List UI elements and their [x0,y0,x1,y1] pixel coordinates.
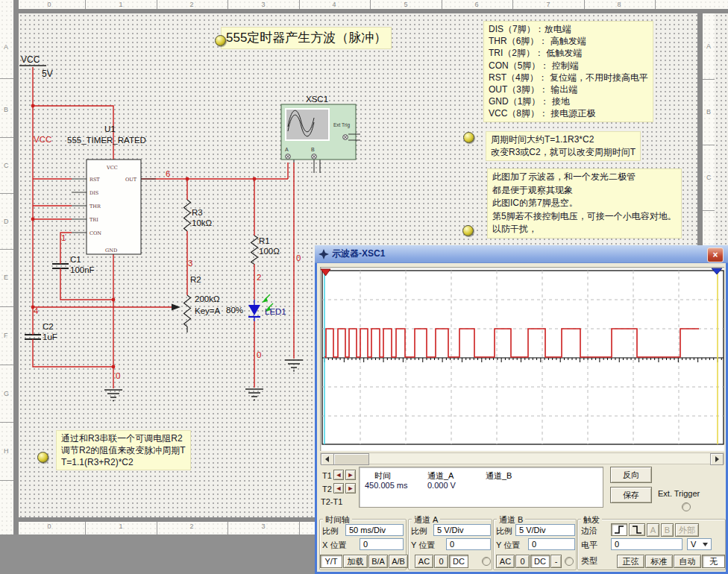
multisim-workspace: 012345678 ABCDEFGH ABC 012345678 [0,0,728,574]
r1-refdes: R1 [259,236,270,245]
net-4: 4 [34,306,39,315]
scope-display [320,267,724,451]
scope-scrollbar[interactable] [320,452,724,464]
c1-capacitor[interactable]: C1 100nF [52,255,95,274]
timebase-mode-a-b[interactable]: A/B [389,555,408,568]
note-main-title[interactable]: 555定时器产生方波（脉冲） [221,27,392,49]
timebase-mode--[interactable]: 加载 [343,555,368,568]
wires [33,67,294,388]
note-line: CON（5脚）： 控制端 [489,60,648,72]
channel-b-coupling-ac[interactable]: AC [496,555,515,568]
reverse-button[interactable]: 反向 [610,467,652,483]
timebase-group: 时间轴 比例 50 ms/Div X 位置 0 Y/T加载B/AA/B [319,519,407,570]
channel-b-coupling--[interactable]: - [550,555,562,568]
col-channel-a: 通道_A [427,470,454,482]
trigger-type--[interactable]: 正弦 [617,555,644,568]
trigger-type--[interactable]: 无 [702,555,725,568]
net-labels: 6 1 3 2 4 0 0 0 [34,169,301,380]
vcc-power-source[interactable]: VCC 5V [19,54,53,79]
trigger-edge-label: 边沿 [581,526,597,537]
t1-label: T1 [322,471,332,480]
xsc1-scope-icon[interactable]: XSC1 Ext Trig A B [281,95,360,173]
scope-window-icon [318,249,329,259]
r2-potentiometer[interactable]: R2 200kΩ Key=A 80% [172,275,243,332]
channel-b-coupling-dc[interactable]: DC [530,555,550,568]
note-period-formula[interactable]: 周期时间大约T=1.1R3*C2改变R3或C2，就可以改变周期时间T [486,131,641,161]
save-button[interactable]: 保存 [610,487,652,503]
trigger-type--[interactable]: 自动 [674,555,701,568]
trigger-source-a[interactable]: A [647,523,659,537]
timebase-xpos-label: X 位置 [322,540,346,551]
u1-555-chip[interactable]: VCC RST DIS THR TRI CON GND OUT U1 555_T… [67,124,156,254]
timebase-xpos-input[interactable]: 0 [360,538,404,550]
trigger-level-unit-select[interactable]: V [687,538,712,550]
scroll-left-button[interactable] [321,453,334,465]
channel-a-coupling-0[interactable]: 0 [434,555,448,568]
scroll-thumb[interactable] [333,453,369,465]
channel-b-trigger-radio[interactable] [565,557,574,566]
channel-a-coupling-ac[interactable]: AC [415,555,433,568]
note-line: 调节R2的阻值来改变脉冲周期T [61,444,186,456]
channel-b-ypos-input[interactable]: 0 [528,538,575,550]
t2-left-button[interactable]: ◄ [333,483,344,493]
note-observation[interactable]: 此图加了示波器，和一个发光二极管都是便于观察其现象此图IC的第7脚悬空。第5脚若… [487,168,682,239]
ext-trigger-radio[interactable] [682,502,691,511]
note-pin-descriptions[interactable]: DIS（7脚）：放电端THR（6脚）： 高触发端TRI（2脚）： 低触发端CON… [483,21,653,122]
channel-a-ypos-input[interactable]: 0 [446,538,491,550]
note-line: DIS（7脚）：放电端 [489,23,648,35]
vcc-label: VCC [21,54,40,65]
trigger-level-label: 电平 [581,540,597,551]
vcc-value: 5V [42,69,53,79]
note-line: 此图加了示波器，和一个发光二极管 [492,171,677,184]
timebase-mode-b-a[interactable]: B/A [368,555,388,568]
note-line: RST（4脚）： 复位端，不用时接高电平 [489,72,648,83]
pushpin-icon [463,132,474,143]
timebase-scale-label: 比例 [322,526,339,537]
c2-capacitor[interactable]: C2 1uF [25,322,57,341]
channel-a-coupling-dc[interactable]: DC [449,555,468,568]
trigger-type--[interactable]: 标准 [645,555,673,568]
window-border-left [315,262,317,574]
u1-part: 555_TIMER_RATED [67,136,146,145]
chevron-down-icon [703,543,708,546]
u1-refdes: U1 [104,124,116,133]
xsc1-a-label: A [285,147,289,152]
t2-right-button[interactable]: ► [345,483,356,493]
r3-resistor[interactable]: R3 10kΩ [184,200,213,231]
xsc1-b-label: B [311,147,315,152]
net-0-led: 0 [257,350,261,359]
c2-value: 1uF [43,332,57,341]
timebase-mode-y-t[interactable]: Y/T [320,555,342,568]
pin-thr: THR [90,204,101,209]
pushpin-icon [215,35,226,46]
channel-b-scale-input[interactable]: 5 V/Div [515,524,575,536]
timebase-scale-input[interactable]: 50 ms/Div [345,524,404,536]
r1-resistor[interactable]: R1 100Ω [251,236,280,265]
scope-titlebar[interactable]: 示波器-XSC1 [315,245,728,263]
falling-edge-button[interactable] [629,523,645,536]
pin-rst: RST [90,177,100,183]
t1-left-button[interactable]: ◄ [333,470,344,480]
channel-b-ypos-label: Y 位置 [496,540,520,551]
net-2: 2 [257,273,261,282]
note-line: VCC（8脚）： 接电源正极 [489,107,648,119]
close-button[interactable]: × [707,247,724,262]
ext-trigger-label: Ext. Trigger [658,489,700,498]
channel-b-coupling-0[interactable]: 0 [515,555,530,568]
note-line: 周期时间大约T=1.1R3*C2 [491,133,636,146]
scroll-right-button[interactable] [710,453,724,465]
note-line: 此图IC的第7脚悬空。 [492,197,677,210]
trigger-level-input[interactable]: 0 [611,538,682,550]
trigger-source-b[interactable]: B [661,523,674,537]
note-line: 以防干扰， [492,223,677,236]
channel-a-trigger-radio[interactable] [482,557,491,566]
channel-a-scale-input[interactable]: 5 V/Div [433,524,491,536]
note-adjust-r2[interactable]: 通过和R3串联一个可调电阻R2调节R2的阻值来改变脉冲周期TT=1.1(R3+R… [56,430,191,470]
r2-value: 200kΩ [195,294,220,303]
r2-refdes: R2 [190,275,201,284]
t1-right-button[interactable]: ► [345,470,356,480]
channel-b-group: 通道 B 比例 5 V/Div Y 位置 0 AC0DC- [493,519,577,570]
trigger-source--[interactable]: 外部 [675,523,699,537]
rising-edge-button[interactable] [611,523,627,536]
net-0-scope: 0 [296,253,301,262]
